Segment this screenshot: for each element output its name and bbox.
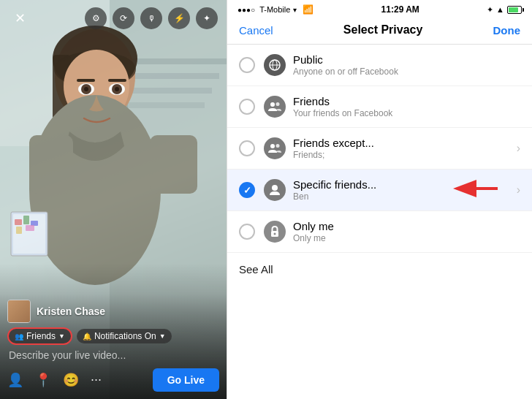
status-time: 11:29 AM: [381, 4, 419, 15]
camera-toolbar: ✕ ⚙ ⟳ 🎙 ⚡ ✦: [0, 7, 227, 29]
radio-friends: [239, 99, 255, 115]
privacy-item-specific-friends[interactable]: ✓ Specific friends... Ben: [227, 170, 532, 211]
bell-icon: 🔔: [83, 332, 91, 341]
dropdown-icon2: ▼: [159, 332, 166, 340]
effects-button[interactable]: ✦: [196, 7, 218, 29]
svg-point-44: [274, 233, 276, 235]
only-me-subtitle: Only me: [293, 233, 520, 243]
go-live-button[interactable]: Go Live: [153, 368, 219, 392]
flash-button[interactable]: ⚡: [168, 7, 190, 29]
only-me-title: Only me: [293, 220, 520, 232]
settings-icon: ⚙: [92, 13, 100, 23]
radio-only-me: [239, 224, 255, 240]
notifications-pill[interactable]: 🔔 Notifications On ▼: [77, 329, 172, 343]
friends-people-icon: [264, 96, 286, 118]
bottom-actions: 👤 📍 😊 ··· Go Live: [7, 368, 219, 392]
svg-rect-17: [77, 79, 95, 82]
describe-input[interactable]: Describe your live video...: [7, 349, 219, 361]
radio-friends-except: [239, 140, 255, 156]
privacy-row: 👥 Friends ▼ 🔔 Notifications On ▼: [7, 327, 219, 345]
svg-rect-30: [16, 227, 22, 234]
user-info: Kristen Chase: [7, 300, 219, 323]
camera-icon: ⟳: [120, 13, 127, 23]
friends-icon: 👥: [15, 332, 23, 341]
friends-title: Friends: [293, 95, 520, 107]
status-left: ●●●○ T-Mobile ▾ 📶: [238, 4, 314, 15]
friends-except-title: Friends except...: [293, 137, 511, 149]
svg-rect-27: [15, 219, 22, 225]
checkmark-icon: ✓: [243, 185, 251, 196]
friends-subtitle: Your friends on Facebook: [293, 108, 520, 118]
mic-icon: 🎙: [148, 14, 156, 23]
svg-rect-15: [29, 135, 73, 194]
battery-fill: [509, 7, 518, 12]
svg-point-24: [115, 87, 119, 91]
battery-icon: [507, 6, 522, 14]
see-all-link[interactable]: See All: [227, 253, 532, 286]
toolbar-left: ✕: [9, 7, 31, 29]
privacy-item-public[interactable]: Public Anyone on or off Facebook: [227, 45, 532, 86]
svg-rect-31: [26, 225, 34, 231]
lock-icon: [264, 221, 286, 243]
svg-point-36: [270, 102, 275, 107]
signal-strength-icon: ▲: [496, 5, 504, 14]
svg-point-39: [276, 144, 280, 148]
specific-friends-title: Specific friends...: [293, 178, 511, 191]
svg-rect-16: [150, 135, 197, 194]
avatar-image: [8, 300, 30, 322]
carrier-name: T-Mobile: [259, 5, 290, 14]
user-name: Kristen Chase: [37, 305, 105, 317]
mic-button[interactable]: 🎙: [140, 7, 162, 29]
close-icon: ✕: [15, 10, 26, 26]
svg-rect-29: [31, 221, 38, 226]
cancel-button[interactable]: Cancel: [239, 24, 273, 37]
notifications-label: Notifications On: [94, 331, 156, 341]
privacy-pill[interactable]: 👥 Friends ▼: [7, 327, 72, 345]
privacy-list: Public Anyone on or off Facebook Friends…: [227, 45, 532, 399]
avatar: [7, 300, 31, 323]
toolbar-right: ⚙ ⟳ 🎙 ⚡ ✦: [85, 7, 218, 29]
radio-public: [239, 57, 255, 73]
tag-person-icon[interactable]: 👤: [7, 372, 23, 388]
privacy-item-friends-except[interactable]: Friends except... Friends; ›: [227, 128, 532, 170]
dropdown-icon: ▼: [58, 332, 65, 340]
svg-rect-18: [108, 79, 126, 82]
public-subtitle: Anyone on or off Facebook: [293, 66, 520, 77]
friends-except-subtitle: Friends;: [293, 150, 511, 160]
svg-rect-28: [23, 216, 29, 224]
privacy-item-only-me[interactable]: Only me Only me: [227, 211, 532, 253]
camera-panel: ✕ ⚙ ⟳ 🎙 ⚡ ✦ Kristen Cha: [0, 0, 227, 399]
svg-point-38: [270, 144, 275, 148]
specific-friends-text: Specific friends... Ben: [293, 178, 511, 202]
friends-item-text: Friends Your friends on Facebook: [293, 95, 520, 118]
privacy-label: Friends: [26, 331, 56, 341]
svg-point-40: [272, 185, 278, 191]
svg-point-37: [276, 102, 280, 106]
chevron-friends-except: ›: [517, 142, 520, 155]
wifi-icon: 📶: [303, 4, 314, 15]
settings-button[interactable]: ⚙: [85, 7, 107, 29]
only-me-item-text: Only me Only me: [293, 220, 520, 243]
svg-point-23: [84, 87, 88, 91]
privacy-item-friends[interactable]: Friends Your friends on Facebook: [227, 86, 532, 128]
action-icons: 👤 📍 😊 ···: [7, 372, 102, 388]
done-button[interactable]: Done: [493, 24, 520, 37]
flash-icon: ⚡: [174, 13, 185, 23]
close-button[interactable]: ✕: [9, 7, 31, 29]
globe-icon: [264, 54, 286, 76]
modal-header: Cancel Select Privacy Done: [227, 18, 532, 45]
bluetooth-icon: ✦: [487, 5, 493, 15]
status-right: ✦ ▲: [487, 5, 522, 15]
specific-friends-icon: [264, 179, 286, 201]
privacy-panel: ●●●○ T-Mobile ▾ 📶 11:29 AM ✦ ▲ Cancel Se…: [227, 0, 532, 399]
more-options-icon[interactable]: ···: [91, 372, 102, 388]
camera-flip-button[interactable]: ⟳: [113, 7, 134, 29]
public-title: Public: [293, 53, 520, 66]
emoji-icon[interactable]: 😊: [63, 372, 79, 388]
status-bar: ●●●○ T-Mobile ▾ 📶 11:29 AM ✦ ▲: [227, 0, 532, 18]
friends-except-icon: [264, 137, 286, 159]
public-item-text: Public Anyone on or off Facebook: [293, 53, 520, 77]
location-icon[interactable]: 📍: [35, 372, 51, 388]
chevron-specific-friends: ›: [517, 183, 520, 197]
signal-icon: ▾: [293, 6, 297, 14]
